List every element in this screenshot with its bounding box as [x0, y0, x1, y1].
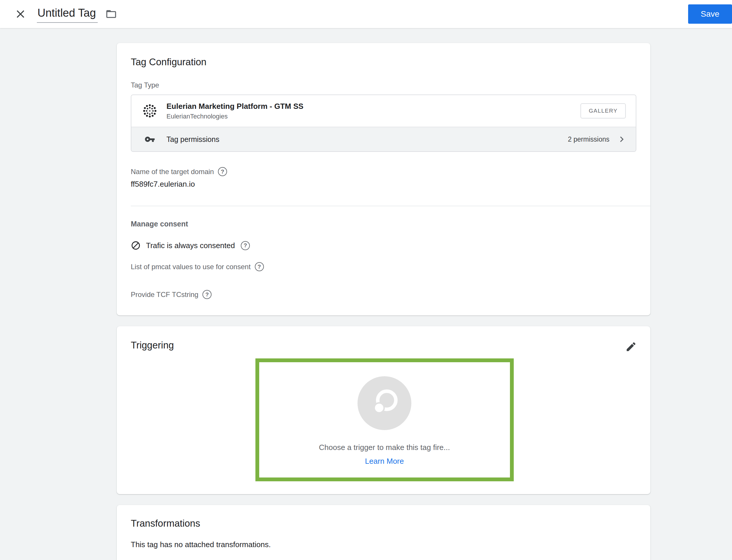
- tag-type-row[interactable]: Eulerian Marketing Platform - GTM SS Eul…: [131, 95, 636, 127]
- gallery-button[interactable]: GALLERY: [580, 103, 626, 118]
- triggering-card: Triggering Choose a trigger to make this…: [117, 326, 650, 494]
- pmcat-label: List of pmcat values to use for consent: [131, 263, 251, 271]
- pmcat-help-icon[interactable]: [255, 262, 264, 271]
- eulerian-logo-icon: [141, 102, 158, 119]
- tag-type-label: Tag Type: [131, 81, 636, 89]
- main-content: Tag Configuration Tag Type: [0, 28, 732, 560]
- page: Untitled Tag Save Tag Configuration Tag …: [0, 0, 732, 560]
- target-domain-label-row: Name of the target domain: [131, 167, 636, 176]
- consent-status-help-icon[interactable]: [241, 241, 250, 250]
- trigger-placeholder-icon: [358, 376, 411, 430]
- pmcat-label-row: List of pmcat values to use for consent: [131, 262, 636, 271]
- tag-type-vendor: EulerianTechnologies: [166, 113, 303, 120]
- key-icon-wrap: [141, 134, 158, 145]
- target-domain-value: ff589fc7.eulerian.io: [131, 180, 636, 189]
- transformations-card: Transformations This tag has no attached…: [117, 505, 650, 560]
- transformations-title: Transformations: [131, 518, 636, 529]
- triggering-title: Triggering: [131, 340, 174, 351]
- consent-status-text: Trafic is always consented: [146, 241, 235, 250]
- edit-pencil-icon: [625, 341, 637, 353]
- topbar-left: Untitled Tag: [12, 5, 119, 23]
- close-button[interactable]: [12, 5, 29, 23]
- topbar: Untitled Tag Save: [0, 0, 732, 28]
- save-button[interactable]: Save: [688, 4, 732, 24]
- folder-icon: [105, 8, 117, 20]
- card-column: Tag Configuration Tag Type: [117, 43, 650, 560]
- target-domain-label: Name of the target domain: [131, 168, 214, 176]
- folder-button[interactable]: [103, 6, 119, 22]
- tag-permissions-count: 2 permissions: [568, 135, 609, 143]
- tcf-help-icon[interactable]: [202, 290, 212, 299]
- section-divider: [131, 206, 650, 206]
- tag-configuration-title: Tag Configuration: [131, 56, 636, 68]
- close-icon: [14, 8, 27, 20]
- blocked-icon: [131, 241, 141, 250]
- tag-type-name: Eulerian Marketing Platform - GTM SS: [166, 102, 303, 111]
- chevron-right-icon: [616, 134, 628, 145]
- tag-permissions-row[interactable]: Tag permissions 2 permissions: [131, 127, 636, 151]
- transformations-empty-text: This tag has no attached transformations…: [131, 540, 636, 549]
- learn-more-link[interactable]: Learn More: [365, 457, 404, 466]
- tag-permissions-label: Tag permissions: [166, 135, 219, 144]
- trigger-empty-text: Choose a trigger to make this tag fire..…: [319, 443, 450, 452]
- tag-configuration-card: Tag Configuration Tag Type: [117, 43, 650, 315]
- edit-triggering-button[interactable]: [624, 340, 638, 354]
- tag-title-input[interactable]: Untitled Tag: [37, 6, 98, 23]
- triggering-header: Triggering: [131, 340, 638, 354]
- tag-type-box: Eulerian Marketing Platform - GTM SS Eul…: [131, 95, 636, 152]
- manage-consent-title: Manage consent: [131, 220, 636, 228]
- key-icon: [145, 134, 155, 145]
- consent-status-row: Trafic is always consented: [131, 241, 636, 250]
- tcf-label: Provide TCF TCstring: [131, 291, 198, 299]
- target-domain-help-icon[interactable]: [218, 167, 227, 176]
- tag-type-texts: Eulerian Marketing Platform - GTM SS Eul…: [166, 102, 303, 120]
- trigger-dropzone[interactable]: Choose a trigger to make this tag fire..…: [255, 358, 514, 481]
- tcf-label-row: Provide TCF TCstring: [131, 290, 636, 299]
